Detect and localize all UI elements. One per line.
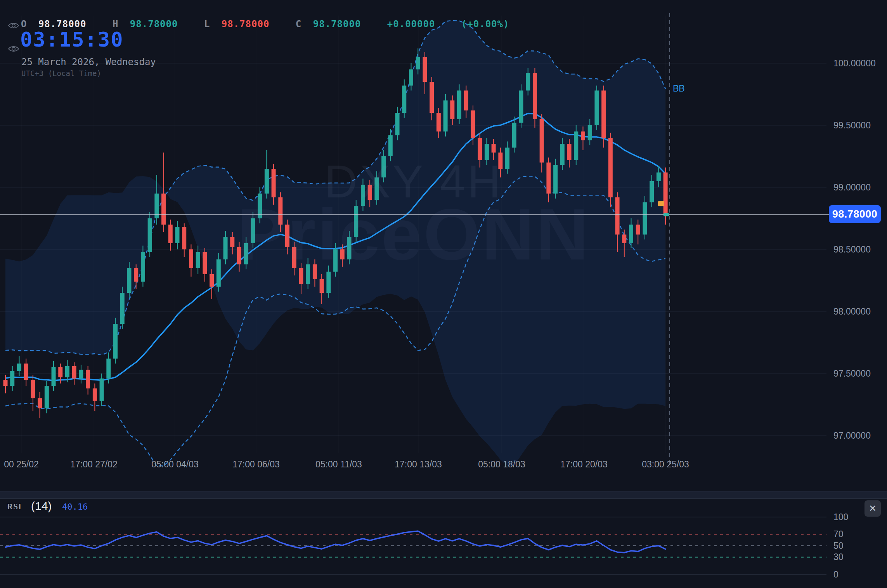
candle [31,380,35,398]
trading-chart-window: DXY 4H PriceONN O 98.78000 H 98.78000 L … [0,0,887,588]
candle [402,86,406,113]
watermark-brand: PriceONN [237,192,590,276]
current-price-tick [664,213,669,216]
candle [127,268,131,293]
low-label: L [204,19,210,29]
candle [622,235,626,243]
candle [230,237,234,247]
candle [540,119,544,163]
session-date: 25 March 2026, Wednesday [21,57,156,67]
candle [444,100,448,131]
candle [161,194,166,225]
rsi-indicator-title: RSI [7,502,22,512]
candle [664,173,668,215]
candle [588,125,592,140]
candle [546,163,551,194]
candle [52,367,56,386]
rsi-length: (14) [31,500,52,513]
visibility-eye-icon-ohlc[interactable] [8,21,19,30]
candle [574,131,578,160]
change-percent: (+0.00%) [461,19,509,29]
candle [409,69,413,86]
candle [120,293,125,324]
candle [168,225,173,243]
candle [24,363,28,380]
candle [416,57,420,69]
current-bar-marker [658,201,664,206]
price-axis-label: 98.50000 [833,244,871,255]
candle [519,90,523,123]
rsi-axis-label: 70 [833,529,844,540]
candle [457,90,461,119]
time-axis-label: 03:00 25/03 [642,459,689,470]
candle [100,379,104,401]
candle [657,173,661,181]
price-axis-label: 98.00000 [833,306,871,317]
candle [196,252,200,268]
candle [182,227,186,249]
rsi-axis-label: 50 [833,540,844,551]
candle [437,113,441,131]
candle [567,144,572,160]
candle [608,138,613,197]
candle [134,268,138,282]
candle [79,370,83,378]
candle [512,123,516,148]
candle [141,252,145,282]
rsi-close-button[interactable]: ✕ [864,500,881,517]
candle [320,279,324,293]
visibility-eye-icon-clock[interactable] [8,45,19,53]
candle [505,148,509,169]
low-value: 98.78000 [222,19,270,29]
price-axis-label: 97.50000 [833,368,871,379]
candle [650,181,654,202]
timezone-label: UTC+3 (Local Time) [21,69,101,78]
candle [38,398,42,408]
rsi-axis-label: 0 [833,569,838,579]
candle [93,388,97,401]
price-axis-label: 100.00000 [833,58,876,69]
candle [86,370,90,388]
candle [189,249,193,268]
time-axis-label: 17:00 27/02 [70,459,118,470]
candle [471,111,475,138]
candle [553,165,558,194]
candle [72,366,76,379]
candle [533,73,537,119]
candle [265,169,269,194]
close-icon: ✕ [869,503,877,514]
candle [629,225,633,243]
candle [594,90,599,125]
price-axis-label: 99.50000 [833,120,871,131]
time-axis-label: 05:00 11/03 [315,459,362,470]
candle [636,225,640,235]
rsi-current-value: 40.16 [62,502,88,512]
candle [223,237,228,259]
candle [430,82,434,113]
close-label: C [296,19,301,29]
candle [423,57,427,82]
candle [615,197,620,235]
candle [17,363,21,371]
chart-canvas[interactable] [0,0,887,588]
candle [581,131,585,140]
time-axis-label: 17:00 06/03 [232,459,280,470]
candle [643,202,647,234]
panel-divider [0,491,887,499]
time-axis-label: 00 25/02 [4,459,39,470]
time-axis-label: 05:00 04/03 [151,459,199,470]
candle [3,380,8,386]
candle [601,90,606,138]
candle [492,144,496,152]
candle [450,100,454,119]
candle [65,366,69,377]
candle [58,367,62,377]
candle [464,90,468,110]
candle [395,113,400,135]
close-value: 98.78000 [313,19,361,29]
rsi-axis-label: 100 [833,512,848,522]
time-axis-label: 17:00 20/03 [560,459,608,470]
candle [203,252,207,274]
rsi-axis-label: 30 [833,552,844,562]
price-axis-label: 97.00000 [833,431,871,441]
